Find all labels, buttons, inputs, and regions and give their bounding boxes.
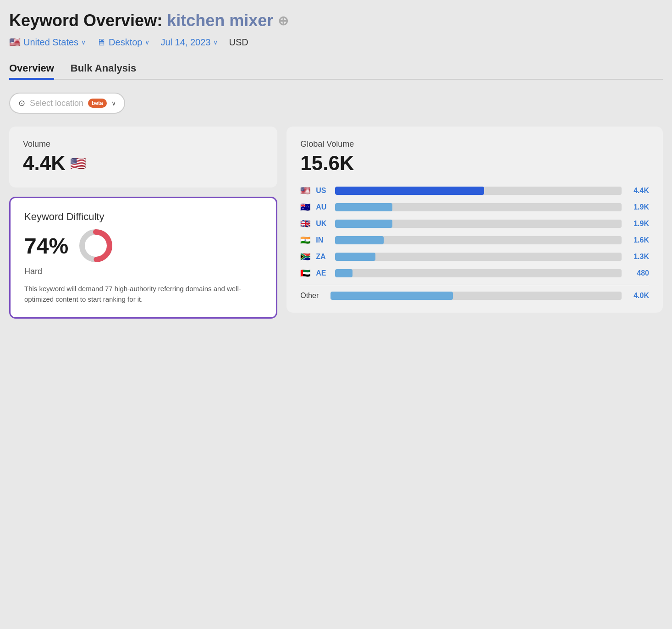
kd-percent: 74% <box>24 233 68 259</box>
country-flag: 🇦🇺 <box>300 202 311 212</box>
svg-point-2 <box>88 237 104 254</box>
country-code[interactable]: ZA <box>316 253 330 261</box>
keyword-name: kitchen mixer <box>167 11 273 30</box>
date-chevron: ∨ <box>213 39 218 46</box>
tab-bulk-analysis[interactable]: Bulk Analysis <box>71 59 136 80</box>
page-header: Keyword Overview: kitchen mixer ⊕ 🇺🇸 Uni… <box>9 11 663 48</box>
location-selector-chevron: ∨ <box>111 99 116 107</box>
country-bar-container <box>335 220 622 228</box>
filter-bar: 🇺🇸 United States ∨ 🖥 Desktop ∨ Jul 14, 2… <box>9 37 663 48</box>
currency-filter: USD <box>229 37 248 48</box>
page-title: Keyword Overview: kitchen mixer ⊕ <box>9 11 663 30</box>
other-label: Other <box>300 292 326 300</box>
other-row: Other 4.0K <box>300 292 649 300</box>
country-flag: 🇿🇦 <box>300 252 311 262</box>
volume-value: 4.4K 🇺🇸 <box>23 152 264 175</box>
country-bar-fill <box>335 269 352 277</box>
country-row: 🇿🇦 ZA 1.3K <box>300 252 649 262</box>
country-row: 🇮🇳 IN 1.6K <box>300 235 649 245</box>
location-placeholder: Select location <box>30 99 83 108</box>
country-value: 1.6K <box>626 236 649 244</box>
volume-flag: 🇺🇸 <box>70 156 86 171</box>
kd-value-row: 74% <box>24 227 262 264</box>
country-flag: 🇬🇧 <box>300 219 311 229</box>
volume-number: 4.4K <box>23 152 66 175</box>
kd-difficulty-label: Hard <box>24 267 262 276</box>
beta-badge: beta <box>88 99 107 108</box>
kd-donut-chart <box>77 227 114 264</box>
country-value: 4.4K <box>626 187 649 195</box>
country-row: 🇺🇸 US 4.4K <box>300 186 649 196</box>
country-code[interactable]: AU <box>316 203 330 211</box>
country-value: 480 <box>626 269 649 277</box>
device-filter[interactable]: 🖥 Desktop ∨ <box>97 37 149 48</box>
country-bar-container <box>335 253 622 261</box>
country-row: 🇦🇪 AE 480 <box>300 268 649 278</box>
location-chevron: ∨ <box>81 39 86 46</box>
country-bar-container <box>335 187 622 195</box>
country-code[interactable]: UK <box>316 220 330 228</box>
country-code[interactable]: AE <box>316 269 330 277</box>
location-flag: 🇺🇸 <box>9 37 21 48</box>
currency-label: USD <box>229 37 248 48</box>
other-value: 4.0K <box>626 292 649 300</box>
device-label: Desktop <box>109 37 142 48</box>
country-list: 🇺🇸 US 4.4K 🇦🇺 AU 1.9K 🇬🇧 UK 1.9K 🇮🇳 IN <box>300 186 649 278</box>
country-bar-fill <box>335 253 375 261</box>
country-value: 1.9K <box>626 203 649 211</box>
location-label: United States <box>23 37 78 48</box>
location-pin-icon: ⊙ <box>18 98 25 108</box>
location-filter[interactable]: 🇺🇸 United States ∨ <box>9 37 86 48</box>
title-prefix: Keyword Overview: <box>9 11 162 30</box>
country-row: 🇬🇧 UK 1.9K <box>300 219 649 229</box>
country-bar-fill <box>335 203 392 211</box>
country-bar-container <box>335 203 622 211</box>
country-flag: 🇺🇸 <box>300 186 311 196</box>
country-code[interactable]: IN <box>316 236 330 244</box>
date-label: Jul 14, 2023 <box>160 37 210 48</box>
country-bar-fill <box>335 236 384 244</box>
global-volume-value: 15.6K <box>300 152 649 175</box>
device-chevron: ∨ <box>145 39 149 46</box>
add-keyword-icon[interactable]: ⊕ <box>278 13 288 28</box>
country-row: 🇦🇺 AU 1.9K <box>300 202 649 212</box>
divider <box>300 285 649 285</box>
keyword-difficulty-card: Keyword Difficulty 74% Hard This keyword… <box>9 197 277 319</box>
volume-card: Volume 4.4K 🇺🇸 <box>9 127 277 188</box>
country-code[interactable]: US <box>316 187 330 195</box>
kd-title: Keyword Difficulty <box>24 211 262 223</box>
tabs-bar: Overview Bulk Analysis <box>9 59 663 80</box>
country-bar-fill <box>335 220 392 228</box>
country-flag: 🇮🇳 <box>300 235 311 245</box>
country-value: 1.3K <box>626 253 649 261</box>
global-volume-card: Global Volume 15.6K 🇺🇸 US 4.4K 🇦🇺 AU 1.9… <box>286 127 663 313</box>
device-icon: 🖥 <box>97 37 106 48</box>
country-value: 1.9K <box>626 220 649 228</box>
other-bar-fill <box>330 292 453 300</box>
kd-description: This keyword will demand 77 high-authori… <box>24 284 262 304</box>
tab-overview[interactable]: Overview <box>9 59 54 80</box>
country-bar-fill <box>335 187 484 195</box>
volume-label: Volume <box>23 139 264 149</box>
cards-row: Volume 4.4K 🇺🇸 Keyword Difficulty 74% Ha… <box>9 127 663 319</box>
country-bar-container <box>335 236 622 244</box>
country-bar-container <box>335 269 622 277</box>
global-volume-label: Global Volume <box>300 139 649 149</box>
date-filter[interactable]: Jul 14, 2023 ∨ <box>160 37 218 48</box>
other-bar-container <box>330 292 622 300</box>
country-flag: 🇦🇪 <box>300 268 311 278</box>
location-selector[interactable]: ⊙ Select location beta ∨ <box>9 93 125 114</box>
